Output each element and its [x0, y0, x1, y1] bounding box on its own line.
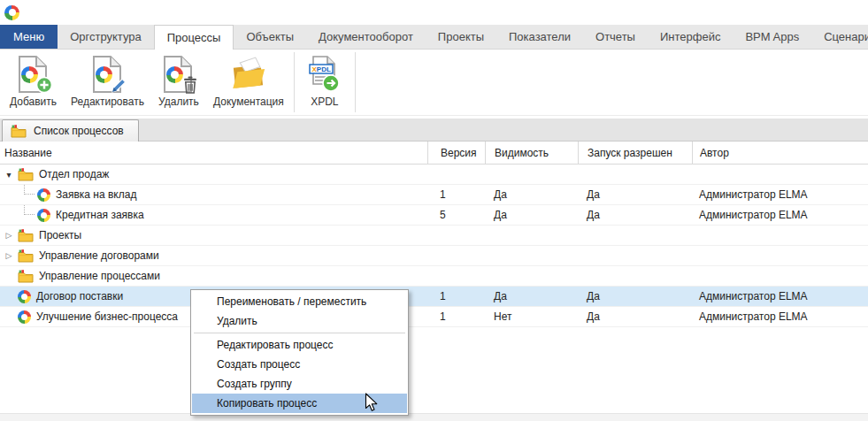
menu-tab-projects[interactable]: Проекты: [426, 25, 496, 49]
column-header-0[interactable]: Название: [0, 142, 427, 164]
caret-collapsed-icon[interactable]: ▷: [0, 251, 18, 260]
launch-cell: Да: [578, 290, 692, 302]
process-document-delete-icon: [158, 54, 199, 95]
menu-tab-reports[interactable]: Отчеты: [583, 25, 648, 49]
version-cell: 1: [427, 290, 485, 302]
tree-cell: Заявка на вклад: [0, 185, 427, 204]
launch-cell: Да: [578, 209, 692, 221]
menu-tab-menu[interactable]: Меню: [0, 25, 58, 49]
toolbar-button-documentation[interactable]: Документация: [206, 50, 291, 115]
xpdl-export-icon: XPDL: [304, 54, 345, 95]
toolbar-button-label: Документация: [213, 96, 284, 108]
table-row[interactable]: Заявка на вклад1ДаДаАдминистратор ELMA: [0, 185, 868, 205]
toolbar-button-label: Редактировать: [71, 96, 144, 108]
table-row[interactable]: Управление процессами: [0, 266, 868, 287]
title-bar: [0, 0, 868, 25]
table-row[interactable]: Договор поставки1ДаДаАдминистратор ELMA: [0, 287, 868, 307]
menu-tab-scenarios[interactable]: Сценарии: [811, 25, 868, 49]
process-icon: [18, 310, 31, 324]
toolbar-divider: [294, 52, 295, 112]
open-folder-icon: [228, 54, 269, 95]
context-menu-item-delete[interactable]: Удалить: [192, 311, 407, 331]
tree-connector-line: [24, 205, 35, 215]
version-cell: 1: [427, 310, 485, 323]
table-header-row: НазваниеВерсияВидимостьЗапуск разрешенАв…: [0, 142, 868, 165]
menu-tab-processes[interactable]: Процессы: [154, 25, 234, 50]
table-row[interactable]: ▾Отдел продаж: [0, 165, 868, 185]
toolbar-divider: [355, 52, 356, 112]
folder-icon: [18, 249, 34, 263]
context-menu-item-create-group[interactable]: Создать группу: [192, 374, 407, 394]
view-tab-label: Список процессов: [34, 125, 124, 137]
column-header-3[interactable]: Запуск разрешен: [578, 142, 692, 164]
author-cell: Администратор ELMA: [692, 290, 868, 302]
table-row[interactable]: ▷Управление договорами: [0, 246, 868, 266]
launch-cell: Да: [578, 310, 692, 323]
tree-cell: ▾Отдел продаж: [0, 165, 427, 184]
menu-tab-bpm-apps[interactable]: BPM Apps: [733, 25, 811, 49]
folder-name: Проекты: [39, 229, 81, 241]
context-menu-item-rename-move[interactable]: Переименовать / переместить: [192, 292, 407, 311]
menu-tab-docflow[interactable]: Документооборот: [306, 25, 426, 49]
toolbar-button-xpdl[interactable]: XPDLXPDL: [297, 50, 352, 115]
tree-cell: ▷Управление договорами: [0, 246, 427, 265]
process-name: Кредитная заявка: [56, 209, 144, 221]
version-cell: 1: [427, 188, 485, 201]
author-cell: Администратор ELMA: [692, 209, 868, 221]
folder-icon: [18, 168, 34, 181]
process-icon: [37, 188, 50, 202]
context-menu-separator: [194, 333, 405, 333]
author-cell: Администратор ELMA: [692, 188, 868, 201]
column-header-2[interactable]: Видимость: [485, 142, 578, 164]
tree-cell: ▷Проекты: [0, 226, 427, 245]
folder-name: Отдел продаж: [39, 168, 109, 180]
launch-cell: Да: [578, 188, 692, 201]
process-name: Улучшение бизнес-процесса: [36, 310, 178, 323]
folder-name: Управление договорами: [39, 249, 159, 262]
folder-icon: [18, 270, 34, 283]
process-table: НазваниеВерсияВидимостьЗапуск разрешенАв…: [0, 142, 868, 327]
tree-connector-line: [24, 185, 35, 195]
context-menu-item-edit-process[interactable]: Редактировать процесс: [192, 335, 407, 355]
process-name: Заявка на вклад: [56, 188, 136, 201]
elma-logo-icon: [4, 5, 19, 20]
tab-process-list[interactable]: Список процессов: [2, 119, 139, 142]
table-row[interactable]: Кредитная заявка5ДаДаАдминистратор ELMA: [0, 205, 868, 226]
toolbar-button-label: Добавить: [10, 96, 57, 108]
folder-name: Управление процессами: [39, 270, 160, 282]
menu-tab-orgstructure[interactable]: Оргструктура: [58, 25, 154, 49]
visibility-cell: Нет: [485, 310, 578, 323]
main-menu-tabbar: МенюОргструктураПроцессыОбъектыДокументо…: [0, 25, 868, 50]
menu-tab-kpi[interactable]: Показатели: [496, 25, 583, 49]
folder-icon: [11, 125, 27, 138]
process-name: Договор поставки: [36, 290, 123, 302]
caret-expanded-icon[interactable]: ▾: [0, 170, 18, 180]
process-icon: [37, 209, 50, 222]
folder-icon: [18, 229, 34, 242]
visibility-cell: Да: [485, 209, 578, 221]
tree-cell: Управление процессами: [0, 266, 427, 286]
context-menu-item-create-process[interactable]: Создать процесс: [192, 355, 407, 374]
menu-tab-interface[interactable]: Интерфейс: [648, 25, 733, 49]
process-document-add-icon: [13, 54, 54, 95]
elma-designer-window: МенюОргструктураПроцессыОбъектыДокументо…: [0, 0, 868, 421]
caret-collapsed-icon[interactable]: ▷: [0, 231, 18, 240]
svg-text:XPDL: XPDL: [311, 65, 330, 73]
menu-tab-objects[interactable]: Объекты: [234, 25, 306, 49]
column-header-1[interactable]: Версия: [427, 142, 485, 164]
visibility-cell: Да: [485, 188, 578, 201]
table-row[interactable]: ▷Проекты: [0, 226, 868, 246]
version-cell: 5: [427, 209, 485, 221]
toolbar-button-edit[interactable]: Редактировать: [64, 50, 151, 115]
toolbar-button-label: Удалить: [158, 96, 199, 108]
process-icon: [18, 290, 31, 303]
tree-cell: Кредитная заявка: [0, 205, 427, 225]
toolbar-button-delete[interactable]: Удалить: [151, 50, 206, 115]
table-row[interactable]: Улучшение бизнес-процесса1НетДаАдминистр…: [0, 307, 868, 327]
visibility-cell: Да: [485, 290, 578, 302]
column-header-4[interactable]: Автор: [692, 142, 868, 164]
toolbar-button-add[interactable]: Добавить: [3, 50, 64, 115]
process-document-edit-icon: [88, 54, 128, 95]
author-cell: Администратор ELMA: [692, 310, 868, 323]
ribbon-toolbar: ДобавитьРедактироватьУдалитьДокументация…: [0, 50, 868, 116]
